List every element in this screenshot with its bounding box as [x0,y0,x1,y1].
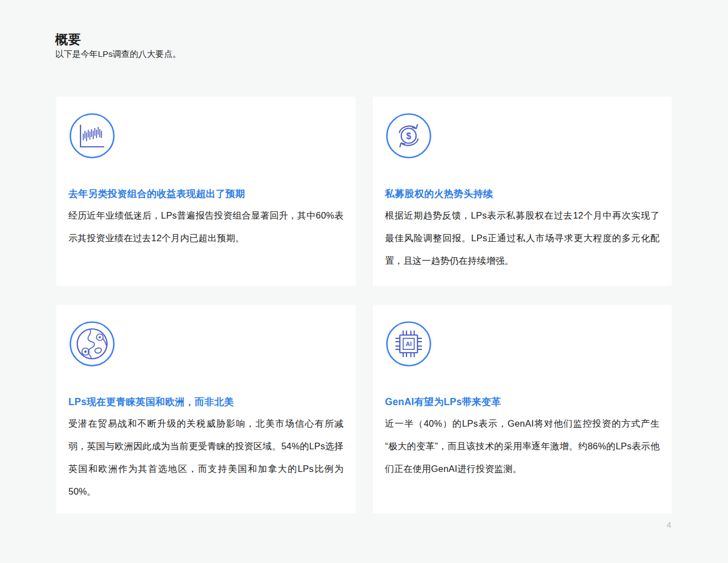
report-overview-page: 概要 以下是今年LPs调查的八大要点。 去年另类投资组合的收益表现超出了预期 经… [0,0,728,563]
page-subtitle: 以下是今年LPs调查的八大要点。 [55,49,181,60]
page-number: 4 [660,520,678,529]
card-portfolio-returns: 去年另类投资组合的收益表现超出了预期 经历近年业绩低迷后，LPs普遍报告投资组合… [56,97,356,286]
card-heading: 私募股权的火热势头持续 [385,187,660,200]
card-private-equity: $ 私募股权的火热势头持续 根据近期趋势反馈，LPs表示私募股权在过去12个月中… [373,97,672,286]
card-heading: GenAI有望为LPs带来变革 [385,395,660,408]
globe-icon [69,321,115,367]
card-regions: LPs现在更青睐英国和欧洲，而非北美 受潜在贸易战和不断升级的关税威胁影响，北美… [56,305,356,513]
ai-chip-icon: AI [386,321,431,367]
svg-text:AI: AI [406,341,412,347]
card-body: 经历近年业绩低迷后，LPs普遍报告投资组合显著回升，其中60%表示其投资业绩在过… [68,204,344,249]
card-body: 根据近期趋势反馈，LPs表示私募股权在过去12个月中再次实现了最佳风险调整回报。… [385,204,660,272]
bar-chart-icon [69,113,115,158]
page-title: 概要 [55,32,181,47]
card-body: 近一半（40%）的LPs表示，GenAI将对他们监控投资的方式产生“极大的变革”… [385,412,660,480]
card-heading: LPs现在更青睐英国和欧洲，而非北美 [68,395,344,408]
svg-text:$: $ [406,131,411,141]
page-header: 概要 以下是今年LPs调查的八大要点。 [55,32,181,60]
card-genai: AI GenAI有望为LPs带来变革 近一半（40%）的LPs表示，GenAI将… [373,305,672,513]
card-body: 受潜在贸易战和不断升级的关税威胁影响，北美市场信心有所减弱，英国与欧洲因此成为当… [68,412,344,503]
card-heading: 去年另类投资组合的收益表现超出了预期 [68,187,344,200]
money-cycle-icon: $ [386,113,431,158]
